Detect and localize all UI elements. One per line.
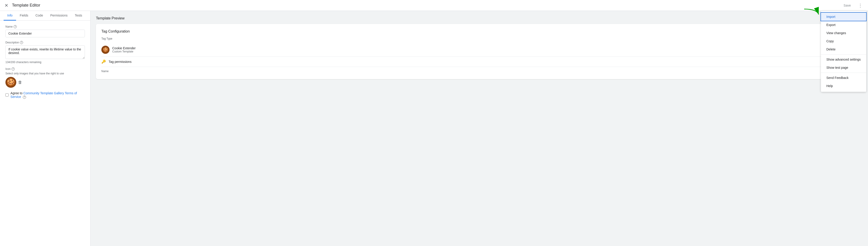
description-label: Description ? [5, 41, 85, 44]
top-bar-right: Save ⋮ [840, 2, 864, 9]
right-panel: Template Preview Tag Configuration Tag T… [91, 11, 868, 246]
key-icon: 🔑 [101, 60, 106, 64]
tag-cookie-icon: 🍪 [101, 46, 110, 54]
page-title: Template Editor [12, 3, 40, 8]
close-button[interactable]: ✕ [4, 2, 9, 9]
name-input[interactable] [5, 30, 85, 37]
close-icon: ✕ [4, 3, 8, 8]
table-header-row: Name Lifetime in seconds [101, 67, 857, 74]
top-bar-left: ✕ Template Editor [4, 2, 840, 9]
more-options-button[interactable]: ⋮ [856, 2, 864, 9]
dropdown-import[interactable]: Import [820, 12, 867, 21]
dropdown-menu: Import Export View changes Copy Delete S… [821, 11, 866, 92]
tab-info[interactable]: Info [4, 11, 16, 21]
dropdown-divider-1 [821, 54, 866, 55]
dropdown-view-changes[interactable]: View changes [821, 29, 866, 37]
name-help-icon[interactable]: ? [13, 25, 17, 28]
tag-row: 🍪 Cookie Extender Custom Template [101, 43, 857, 57]
tab-permissions[interactable]: Permissions [46, 11, 71, 21]
tag-name-block: Cookie Extender Custom Template [112, 46, 136, 53]
tag-name: Cookie Extender [112, 46, 136, 50]
save-button[interactable]: Save [840, 2, 855, 9]
dropdown-copy[interactable]: Copy [821, 37, 866, 45]
more-icon: ⋮ [858, 3, 863, 8]
checkbox-label: Agree to Community Template Gallery Term… [10, 91, 85, 99]
dropdown-show-advanced[interactable]: Show advanced settings [821, 56, 866, 64]
left-content: Name ? Description ? If cookie value exi… [0, 21, 90, 246]
icon-help-text: Select only images that you have the rig… [5, 72, 85, 75]
preview-card: Tag Configuration Tag Type 🍪 Cookie Exte… [96, 24, 863, 79]
icon-section: Icon ? Select only images that you have … [5, 67, 85, 88]
cookie-icon: 🍪 [5, 77, 16, 88]
description-input[interactable]: If cookie value exists, rewrite its life… [5, 45, 85, 59]
tag-type-label: Tag Type [101, 37, 857, 40]
permissions-row: 🔑 Tag permissions [101, 57, 857, 67]
permissions-label: Tag permissions [108, 60, 131, 64]
icon-label: Icon ? [5, 67, 85, 71]
tab-code[interactable]: Code [32, 11, 46, 21]
name-label: Name ? [5, 25, 85, 28]
dropdown-help[interactable]: Help [821, 82, 866, 90]
icon-preview: 🍪 🗑 [5, 77, 85, 88]
tab-fields[interactable]: Fields [16, 11, 32, 21]
terms-checkbox[interactable] [5, 93, 9, 97]
col-value-header: Lifetime in seconds [482, 70, 857, 73]
terms-help-icon[interactable]: ? [23, 96, 26, 99]
dropdown-show-test-page[interactable]: Show test page [821, 64, 866, 72]
left-panel: Info Fields Code Permissions Tests Name … [0, 11, 91, 246]
char-count: 134/200 characters remaining [5, 61, 85, 64]
tabs-bar: Info Fields Code Permissions Tests [0, 11, 90, 21]
icon-help-icon[interactable]: ? [11, 67, 15, 71]
main-layout: Info Fields Code Permissions Tests Name … [0, 11, 868, 246]
dropdown-export[interactable]: Export [821, 21, 866, 29]
tag-config-label: Tag Configuration [101, 29, 857, 33]
terms-checkbox-row: Agree to Community Template Gallery Term… [5, 91, 85, 99]
top-bar: ✕ Template Editor Save ⋮ [0, 0, 868, 11]
tag-sub: Custom Template [112, 50, 136, 53]
dropdown-send-feedback[interactable]: Send Feedback [821, 74, 866, 82]
delete-icon-button[interactable]: 🗑 [18, 80, 22, 85]
dropdown-delete[interactable]: Delete [821, 45, 866, 54]
right-panel-title: Template Preview [96, 16, 863, 20]
tag-cookie-emoji: 🍪 [103, 47, 108, 52]
col-name-header: Name [101, 70, 476, 73]
tab-tests[interactable]: Tests [71, 11, 86, 21]
description-help-icon[interactable]: ? [20, 41, 23, 44]
cookie-emoji: 🍪 [6, 78, 16, 86]
